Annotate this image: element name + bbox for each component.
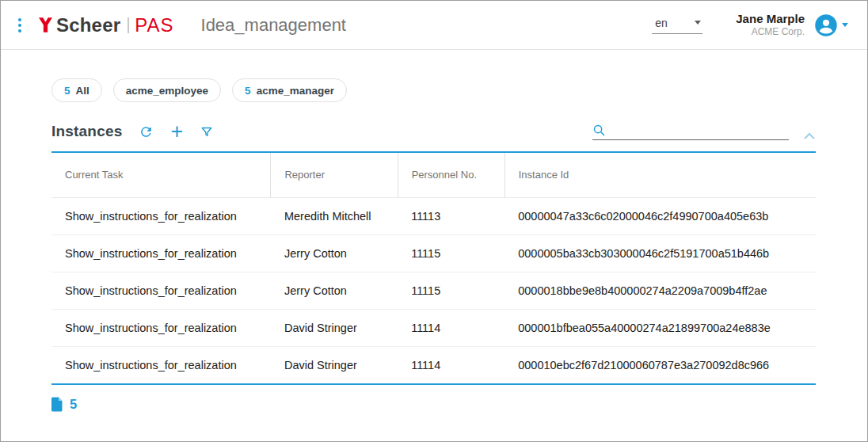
document-count-icon [51,397,63,412]
refresh-icon [139,124,154,139]
table-cell: Show_instructions_for_realization [51,309,271,346]
chevron-down-icon [695,21,701,25]
app-window: Scheer PAS Idea_management en Jane Marpl… [0,0,868,442]
language-select[interactable]: en [652,17,702,34]
chip-count: 5 [245,85,251,97]
user-company: ACME Corp. [736,26,805,38]
user-info: Jane Marple ACME Corp. [736,12,805,39]
logo-brand-text: Scheer [56,14,120,36]
table-cell: 11114 [398,309,504,346]
column-header: Personnel No. [398,153,504,197]
collapse-section-button[interactable] [803,131,816,140]
chevron-up-icon [803,131,816,140]
table-cell: Show_instructions_for_realization [51,272,271,309]
table-cell: Meredith Mitchell [271,197,398,234]
column-header: Reporter [271,153,398,197]
add-instance-button[interactable]: + [170,124,183,139]
table-cell: David Stringer [271,346,398,383]
user-name: Jane Marple [736,12,805,27]
role-filter-chips: 5Allacme_employee5acme_manager [51,78,867,102]
table-row[interactable]: Show_instructions_for_realizationDavid S… [51,309,816,346]
chip-label: acme_employee [126,85,208,97]
table-cell: 11113 [398,197,504,234]
table-row[interactable]: Show_instructions_for_realizationDavid S… [51,346,816,383]
search-icon [592,124,606,137]
instances-toolbar: Instances + [51,123,816,140]
table-cell: 00000047a33c6c02000046c2f4990700a405e63b [504,197,816,234]
search-input[interactable] [606,124,789,137]
table-cell: 11115 [398,272,504,309]
table-cell: 000010ebc2f67d21000060787e3a270092d8c966 [504,346,816,383]
search-area [592,124,816,140]
logo-suffix-text: PAS [135,14,173,36]
table-cell: 0000018bbe9e8b400000274a2209a7009b4ff2ae [504,272,816,309]
table-cell: David Stringer [271,309,398,346]
page-title: Idea_management [201,15,346,36]
logo-divider [128,17,129,33]
table-cell: Show_instructions_for_realization [51,234,271,272]
table-row[interactable]: Show_instructions_for_realizationMeredit… [51,197,816,234]
table-header-row: Current TaskReporterPersonnel No.Instanc… [51,153,816,197]
search-box [592,124,789,140]
filter-button[interactable] [200,125,214,139]
table-footer: 5 [51,397,867,412]
table-cell: Show_instructions_for_realization [51,346,271,383]
chip-label: All [76,85,89,97]
filter-icon [200,125,214,139]
chip-count: 5 [64,85,70,97]
table-cell: 0000005ba33cb303000046c2f5191700a51b446b [504,234,816,272]
top-bar: Scheer PAS Idea_management en Jane Marpl… [1,1,867,50]
scheer-pas-logo: Scheer PAS [39,14,174,36]
refresh-button[interactable] [139,124,154,139]
chip-label: acme_manager [257,85,334,97]
scheer-logo-icon [39,17,52,32]
app-menu-button[interactable] [15,15,25,36]
language-value: en [655,17,668,29]
account-circle-icon [814,13,838,37]
filter-chip-acme-manager[interactable]: 5acme_manager [232,78,347,102]
table-cell: 000001bfbea055a40000274a21899700a24e883e [504,309,816,346]
user-menu-chevron-icon[interactable] [842,23,848,27]
instances-table: Current TaskReporterPersonnel No.Instanc… [51,151,816,385]
table-cell: Jerry Cotton [271,272,398,309]
table-row[interactable]: Show_instructions_for_realizationJerry C… [51,272,816,309]
table-cell: Show_instructions_for_realization [51,197,271,234]
instance-count: 5 [70,397,77,412]
instances-heading: Instances [51,123,122,140]
table-cell: 11115 [398,234,504,272]
table-cell: 11114 [398,346,504,383]
column-header: Current Task [51,153,271,197]
table-cell: Jerry Cotton [271,234,398,272]
filter-chip-acme-employee[interactable]: acme_employee [113,78,221,102]
filter-chip-all[interactable]: 5All [51,78,102,102]
column-header: Instance Id [504,153,816,197]
table-body: Show_instructions_for_realizationMeredit… [51,197,816,383]
avatar[interactable] [814,13,838,37]
table-row[interactable]: Show_instructions_for_realizationJerry C… [51,234,816,272]
